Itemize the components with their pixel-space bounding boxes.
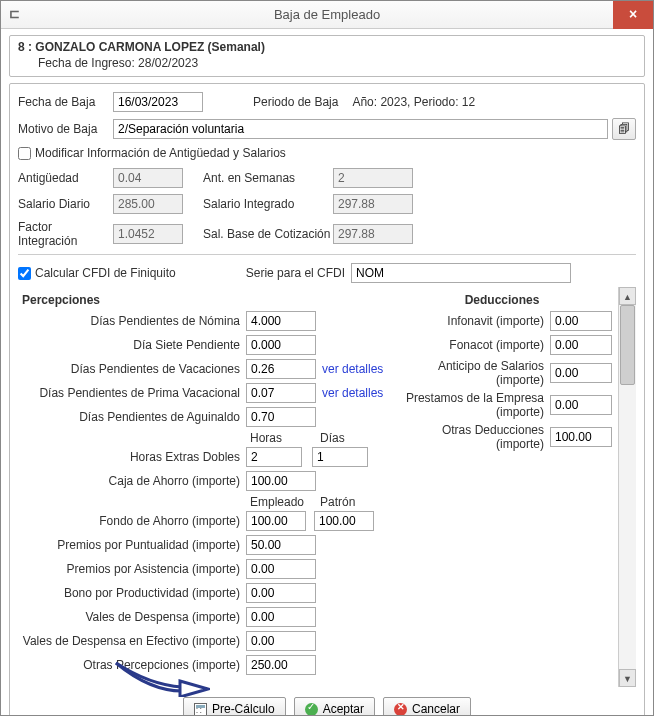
perc-ded-panel: Percepciones Deducciones Días Pendientes…	[18, 287, 618, 687]
aceptar-label: Aceptar	[323, 702, 364, 716]
dias-prima-label: Días Pendientes de Prima Vacacional	[22, 386, 246, 400]
horas-extras-horas-input[interactable]	[246, 447, 302, 467]
caja-ahorro-input[interactable]	[246, 471, 316, 491]
dias-agui-label: Días Pendientes de Aguinaldo	[22, 410, 246, 424]
fecha-baja-input[interactable]	[113, 92, 203, 112]
fonacot-input[interactable]	[550, 335, 612, 355]
calc-cfdi-label: Calcular CFDI de Finiquito	[35, 266, 176, 280]
salario-diario-label: Salario Diario	[18, 197, 113, 211]
scroll-down-button[interactable]: ▼	[619, 669, 636, 687]
otras-perc-label: Otras Percepciones (importe)	[22, 658, 246, 672]
fecha-baja-label: Fecha de Baja	[18, 95, 113, 109]
percepciones-header: Percepciones	[22, 293, 392, 307]
horas-extras-label: Horas Extras Dobles	[22, 450, 246, 464]
scrollbar[interactable]: ▲ ▼	[618, 287, 636, 687]
employee-name: 8 : GONZALO CARMONA LOPEZ (Semanal)	[18, 40, 636, 54]
employee-ingreso: Fecha de Ingreso: 28/02/2023	[18, 56, 636, 70]
prestamos-input[interactable]	[550, 395, 612, 415]
ver-detalles-prima-link[interactable]: ver detalles	[322, 386, 383, 400]
dias-nomina-input[interactable]	[246, 311, 316, 331]
otras-ded-input[interactable]	[550, 427, 612, 447]
ant-sem-label: Ant. en Semanas	[203, 171, 333, 185]
dias-subheader: Días	[316, 431, 386, 445]
infonavit-label: Infonavit (importe)	[392, 314, 550, 328]
salario-int-input	[333, 194, 413, 214]
empleado-subheader: Empleado	[246, 495, 316, 509]
prestamos-label: Prestamos de la Empresa (importe)	[392, 391, 550, 419]
fondo-ahorro-label: Fondo de Ahorro (importe)	[22, 514, 246, 528]
ok-icon	[305, 703, 318, 716]
salario-diario-input	[113, 194, 183, 214]
dias-vac-label: Días Pendientes de Vacaciones	[22, 362, 246, 376]
dia-siete-input[interactable]	[246, 335, 316, 355]
puntualidad-label: Premios por Puntualidad (importe)	[22, 538, 246, 552]
modificar-checkbox[interactable]	[18, 147, 31, 160]
factor-label: Factor Integración	[18, 220, 113, 248]
modificar-label: Modificar Información de Antigüedad y Sa…	[35, 146, 286, 160]
dias-nomina-label: Días Pendientes de Nómina	[22, 314, 246, 328]
antiguedad-label: Antigüedad	[18, 171, 113, 185]
fonacot-label: Fonacot (importe)	[392, 338, 550, 352]
serie-input[interactable]	[351, 263, 571, 283]
infonavit-input[interactable]	[550, 311, 612, 331]
dias-agui-input[interactable]	[246, 407, 316, 427]
motivo-input[interactable]	[113, 119, 608, 139]
form-area: Fecha de Baja Periodo de Baja Año: 2023,…	[9, 83, 645, 716]
calculator-icon	[194, 703, 207, 716]
patron-subheader: Patrón	[316, 495, 386, 509]
dia-siete-label: Día Siete Pendiente	[22, 338, 246, 352]
calc-cfdi-checkbox[interactable]	[18, 267, 31, 280]
antiguedad-input	[113, 168, 183, 188]
fondo-ahorro-emp-input[interactable]	[246, 511, 306, 531]
bono-input[interactable]	[246, 583, 316, 603]
sal-base-input	[333, 224, 413, 244]
app-icon: ⊏	[7, 7, 21, 21]
fondo-ahorro-pat-input[interactable]	[314, 511, 374, 531]
dias-vac-input[interactable]	[246, 359, 316, 379]
caja-ahorro-label: Caja de Ahorro (importe)	[22, 474, 246, 488]
content-area: 8 : GONZALO CARMONA LOPEZ (Semanal) Fech…	[1, 29, 653, 715]
ver-detalles-vac-link[interactable]: ver detalles	[322, 362, 383, 376]
close-button[interactable]: ×	[613, 1, 653, 29]
anticipo-label: Anticipo de Salarios (importe)	[392, 359, 550, 387]
vales-label: Vales de Despensa (importe)	[22, 610, 246, 624]
percepciones-column: Días Pendientes de Nómina Día Siete Pend…	[22, 311, 392, 679]
otras-ded-label: Otras Deducciones (importe)	[392, 423, 550, 451]
cancelar-button[interactable]: Cancelar	[383, 697, 471, 716]
employee-header: 8 : GONZALO CARMONA LOPEZ (Semanal) Fech…	[9, 35, 645, 77]
scroll-track[interactable]	[619, 305, 636, 669]
window-title: Baja de Empleado	[274, 7, 380, 22]
precalculo-label: Pre-Cálculo	[212, 702, 275, 716]
search-icon: 🗐	[618, 122, 630, 136]
motivo-label: Motivo de Baja	[18, 122, 113, 136]
cancelar-label: Cancelar	[412, 702, 460, 716]
asistencia-label: Premios por Asistencia (importe)	[22, 562, 246, 576]
dias-prima-input[interactable]	[246, 383, 316, 403]
vales-ef-label: Vales de Despensa en Efectivo (importe)	[22, 634, 246, 648]
horas-extras-dias-input[interactable]	[312, 447, 368, 467]
cancel-icon	[394, 703, 407, 716]
scroll-thumb[interactable]	[620, 305, 635, 385]
salario-int-label: Salario Integrado	[203, 197, 333, 211]
otras-perc-input[interactable]	[246, 655, 316, 675]
dialog-window: ⊏ Baja de Empleado × 8 : GONZALO CARMONA…	[0, 0, 654, 716]
anticipo-input[interactable]	[550, 363, 612, 383]
ant-sem-input	[333, 168, 413, 188]
deducciones-header: Deducciones	[392, 293, 612, 307]
periodo-baja-value: Año: 2023, Periodo: 12	[352, 95, 475, 109]
horas-subheader: Horas	[246, 431, 316, 445]
vales-input[interactable]	[246, 607, 316, 627]
periodo-baja-label: Periodo de Baja	[253, 95, 338, 109]
asistencia-input[interactable]	[246, 559, 316, 579]
deducciones-column: Infonavit (importe) Fonacot (importe) An…	[392, 311, 612, 679]
puntualidad-input[interactable]	[246, 535, 316, 555]
bono-label: Bono por Productividad (importe)	[22, 586, 246, 600]
motivo-lookup-button[interactable]: 🗐	[612, 118, 636, 140]
factor-input	[113, 224, 183, 244]
serie-label: Serie para el CFDI	[246, 266, 345, 280]
vales-ef-input[interactable]	[246, 631, 316, 651]
aceptar-button[interactable]: Aceptar	[294, 697, 375, 716]
precalculo-button[interactable]: Pre-Cálculo	[183, 697, 286, 716]
scroll-up-button[interactable]: ▲	[619, 287, 636, 305]
sal-base-label: Sal. Base de Cotización	[203, 227, 333, 241]
